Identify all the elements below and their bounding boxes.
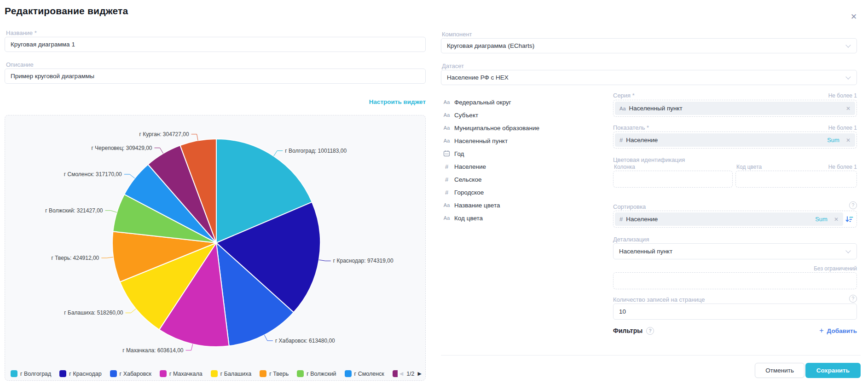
legend-swatch bbox=[59, 370, 66, 377]
remove-icon[interactable]: ✕ bbox=[834, 216, 839, 223]
pie-label: г Махачкала: 603614,00 bbox=[122, 347, 184, 354]
string-type-icon: Аа bbox=[443, 112, 451, 118]
legend-item[interactable]: г Махачкала bbox=[160, 370, 203, 377]
cancel-button[interactable]: Отменить bbox=[755, 363, 804, 378]
save-button[interactable]: Сохранить bbox=[805, 363, 861, 378]
add-filter-button[interactable]: + Добавить bbox=[819, 327, 857, 335]
legend-item[interactable]: г Волгоград bbox=[11, 370, 51, 377]
series-dropzone[interactable]: Аа Населенный пункт ✕ bbox=[613, 100, 857, 117]
measure-field-chip[interactable]: # Население Sum ✕ bbox=[615, 133, 855, 147]
row-limit-dropzone[interactable] bbox=[613, 272, 857, 289]
dataset-field-label: Сельское bbox=[454, 176, 482, 183]
pie-label: г Курган: 304727,00 bbox=[139, 131, 189, 138]
legend-label: г Хабаровск bbox=[120, 371, 151, 377]
color-column-dropzone[interactable] bbox=[613, 171, 733, 188]
remove-icon[interactable]: ✕ bbox=[846, 137, 851, 143]
chart-preview-panel: г Волгоград: 1001183,00г Краснодар: 9743… bbox=[5, 115, 426, 381]
dataset-field-item[interactable]: АаКод цвета bbox=[443, 212, 599, 224]
help-icon[interactable]: ? bbox=[646, 327, 654, 335]
legend-item[interactable]: г Балашиха bbox=[211, 370, 252, 377]
configure-widget-link[interactable]: Настроить виджет bbox=[5, 98, 426, 105]
pie-label: г Волгоград: 1001183,00 bbox=[285, 148, 347, 154]
calendar-icon bbox=[443, 150, 450, 157]
legend-label: г Волгоград bbox=[20, 371, 51, 377]
remove-icon[interactable]: ✕ bbox=[846, 105, 851, 112]
pie-label-line bbox=[264, 335, 273, 340]
sort-descending-icon[interactable] bbox=[843, 216, 855, 223]
pie-label-line bbox=[101, 257, 113, 258]
component-select[interactable]: Круговая диаграмма (ECharts) bbox=[441, 38, 857, 53]
legend-item[interactable]: г Краснодар bbox=[59, 370, 101, 377]
number-type-icon: # bbox=[619, 216, 623, 223]
row-limit-hint: Без ограничений bbox=[814, 265, 857, 272]
detail-value: Населенный пункт bbox=[619, 248, 672, 255]
series-limit-hint: Не более 1 bbox=[828, 92, 857, 99]
description-label: Описание bbox=[6, 61, 34, 68]
measure-dropzone[interactable]: # Население Sum ✕ bbox=[613, 132, 857, 149]
widget-name-input[interactable] bbox=[5, 37, 426, 52]
dataset-field-item[interactable]: Год bbox=[443, 147, 599, 160]
page-size-label: Количество записей на странице bbox=[613, 296, 705, 303]
legend-swatch bbox=[393, 370, 398, 377]
dataset-field-item[interactable]: АаНаселенный пункт bbox=[443, 134, 599, 147]
pie-label-line bbox=[186, 344, 193, 350]
color-column-label: Колонка bbox=[614, 164, 635, 170]
pie-label-line bbox=[126, 309, 136, 313]
help-icon[interactable]: ? bbox=[849, 201, 857, 209]
sorting-field-chip[interactable]: # Население Sum ✕ bbox=[615, 212, 843, 226]
dataset-field-label: Городское bbox=[454, 189, 484, 196]
aggregation-badge[interactable]: Sum bbox=[815, 216, 827, 223]
dataset-field-item[interactable]: АаНазвание цвета bbox=[443, 199, 599, 212]
legend-prev-icon[interactable]: ◀ bbox=[399, 371, 403, 377]
pie-label: г Тверь: 424912,00 bbox=[52, 255, 99, 261]
dataset-field-label: Код цвета bbox=[454, 215, 483, 222]
legend-item[interactable]: г Тверь bbox=[260, 370, 289, 377]
plus-icon: + bbox=[819, 327, 823, 335]
legend-item-overflow[interactable]: г Ч bbox=[393, 370, 398, 377]
detail-label: Детализация bbox=[613, 236, 649, 243]
dataset-field-item[interactable]: #Городское bbox=[443, 186, 599, 199]
chevron-down-icon bbox=[845, 248, 851, 253]
dataset-field-label: Федеральный округ bbox=[454, 99, 511, 106]
string-type-icon: Аа bbox=[443, 99, 451, 105]
dataset-field-label: Населенный пункт bbox=[454, 138, 508, 144]
widget-description-input[interactable] bbox=[5, 69, 426, 84]
help-icon[interactable]: ? bbox=[849, 295, 857, 303]
dataset-field-label: Год bbox=[454, 150, 464, 157]
number-type-icon: # bbox=[619, 137, 623, 143]
dataset-field-item[interactable]: #Население bbox=[443, 160, 599, 173]
dataset-field-item[interactable]: #Сельское bbox=[443, 173, 599, 186]
legend-pager: ◀ 1/2 ▶ bbox=[399, 371, 422, 377]
string-type-icon: Аа bbox=[443, 125, 451, 131]
dataset-field-item[interactable]: АаМуниципальное образование bbox=[443, 121, 599, 134]
dataset-value: Население РФ с HEX bbox=[447, 74, 509, 81]
legend-label: г Тверь bbox=[269, 371, 289, 377]
pie-chart[interactable]: г Волгоград: 1001183,00г Краснодар: 9743… bbox=[5, 115, 426, 367]
pie-label: г Череповец: 309429,00 bbox=[91, 145, 152, 151]
legend-item[interactable]: г Хабаровск bbox=[110, 370, 151, 377]
pie-label: г Балашиха: 518260,00 bbox=[64, 309, 123, 316]
pie-label: г Хабаровск: 613480,00 bbox=[275, 338, 335, 344]
legend-item[interactable]: г Смоленск bbox=[345, 370, 384, 377]
legend-swatch bbox=[211, 370, 218, 377]
sorting-dropzone[interactable]: # Население Sum ✕ bbox=[613, 211, 857, 228]
pie-label: г Волжский: 321427,00 bbox=[45, 207, 103, 214]
dataset-field-label: Муниципальное образование bbox=[454, 125, 539, 132]
detail-select[interactable]: Населенный пункт bbox=[613, 243, 857, 259]
legend-label: г Волжский bbox=[307, 371, 336, 377]
color-code-dropzone[interactable] bbox=[735, 171, 857, 188]
legend-next-icon[interactable]: ▶ bbox=[418, 371, 422, 377]
page-size-input[interactable] bbox=[613, 304, 857, 320]
dataset-select[interactable]: Население РФ с HEX bbox=[441, 70, 857, 85]
series-field-chip[interactable]: Аа Населенный пункт ✕ bbox=[615, 102, 855, 115]
number-type-icon: # bbox=[443, 176, 451, 183]
legend-label: г Махачкала bbox=[169, 371, 203, 377]
dialog-title: Редактирование виджета bbox=[5, 6, 128, 17]
aggregation-badge[interactable]: Sum bbox=[827, 137, 839, 143]
legend-item[interactable]: г Волжский bbox=[297, 370, 336, 377]
legend-swatch bbox=[160, 370, 167, 377]
legend-swatch bbox=[110, 370, 117, 377]
dataset-field-item[interactable]: АаФедеральный округ bbox=[443, 96, 599, 109]
dataset-field-item[interactable]: АаСубъект bbox=[443, 109, 599, 121]
legend-label: г Смоленск bbox=[354, 371, 384, 377]
